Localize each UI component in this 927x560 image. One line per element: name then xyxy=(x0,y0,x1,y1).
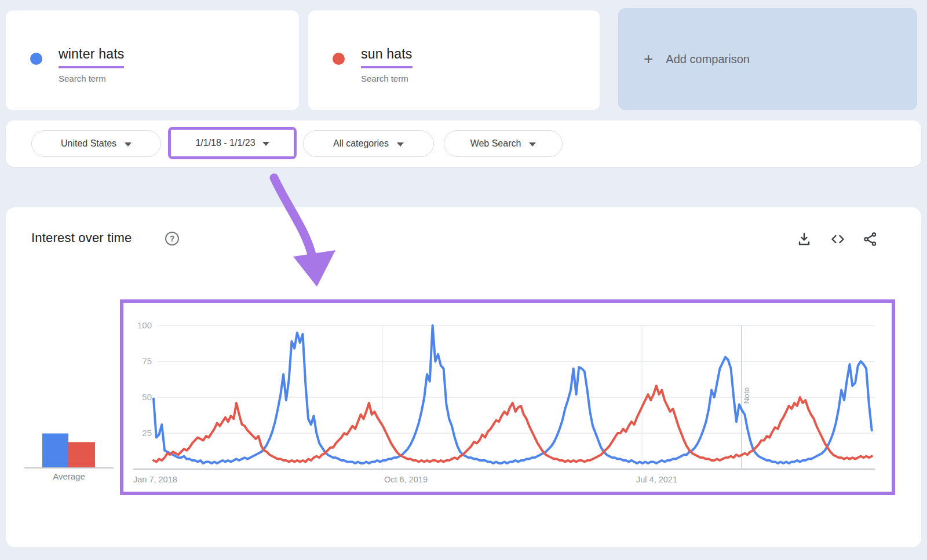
embed-code-icon[interactable] xyxy=(830,231,846,247)
chevron-down-icon xyxy=(262,142,269,146)
share-icon[interactable] xyxy=(862,231,878,247)
svg-text:Jul 4, 2021: Jul 4, 2021 xyxy=(636,475,677,484)
chart-highlight-frame: 255075100NoteJan 7, 2018Oct 6, 2019Jul 4… xyxy=(120,299,895,495)
term-card-winter-hats[interactable]: winter hats Search term xyxy=(6,10,299,110)
add-comparison-label: Add comparison xyxy=(666,53,750,66)
help-icon[interactable]: ? xyxy=(165,232,179,246)
svg-text:100: 100 xyxy=(137,320,152,330)
time-range-value: 1/1/18 - 1/1/23 xyxy=(195,138,255,148)
add-comparison-button[interactable]: + Add comparison xyxy=(618,8,917,110)
series-color-dot-red xyxy=(333,53,345,65)
region-dropdown[interactable]: United States xyxy=(31,130,161,157)
plus-icon: + xyxy=(644,51,653,67)
category-value: All categories xyxy=(333,138,389,149)
term-card-sun-hats[interactable]: sun hats Search term xyxy=(308,10,600,110)
search-type-dropdown[interactable]: Web Search xyxy=(444,130,563,157)
term-sublabel: Search term xyxy=(59,74,124,83)
download-icon[interactable] xyxy=(796,231,812,247)
search-type-value: Web Search xyxy=(470,138,521,149)
svg-text:Note: Note xyxy=(742,387,751,404)
interest-over-time-chart[interactable]: 255075100NoteJan 7, 2018Oct 6, 2019Jul 4… xyxy=(123,303,892,492)
svg-text:75: 75 xyxy=(142,356,152,366)
category-dropdown[interactable]: All categories xyxy=(303,130,434,157)
svg-text:25: 25 xyxy=(142,428,152,438)
svg-text:Jan 7, 2018: Jan 7, 2018 xyxy=(133,475,177,484)
chevron-down-icon xyxy=(125,142,132,147)
region-value: United States xyxy=(61,138,116,149)
time-range-dropdown[interactable]: 1/1/18 - 1/1/23 xyxy=(171,130,294,156)
filters-bar: United States 1/1/18 - 1/1/23 All catego… xyxy=(6,120,921,167)
panel-title: Interest over time xyxy=(31,230,132,246)
chevron-down-icon xyxy=(529,142,536,147)
time-range-highlight[interactable]: 1/1/18 - 1/1/23 xyxy=(168,127,297,159)
google-trends-page: winter hats Search term sun hats Search … xyxy=(0,0,927,560)
term-label[interactable]: sun hats xyxy=(361,46,413,68)
term-sublabel: Search term xyxy=(361,74,413,83)
series-color-dot-blue xyxy=(30,53,42,65)
svg-text:Oct 6, 2019: Oct 6, 2019 xyxy=(384,475,428,484)
average-label: Average xyxy=(34,471,104,481)
term-label[interactable]: winter hats xyxy=(59,46,124,68)
svg-text:50: 50 xyxy=(142,392,152,402)
chevron-down-icon xyxy=(397,142,404,147)
